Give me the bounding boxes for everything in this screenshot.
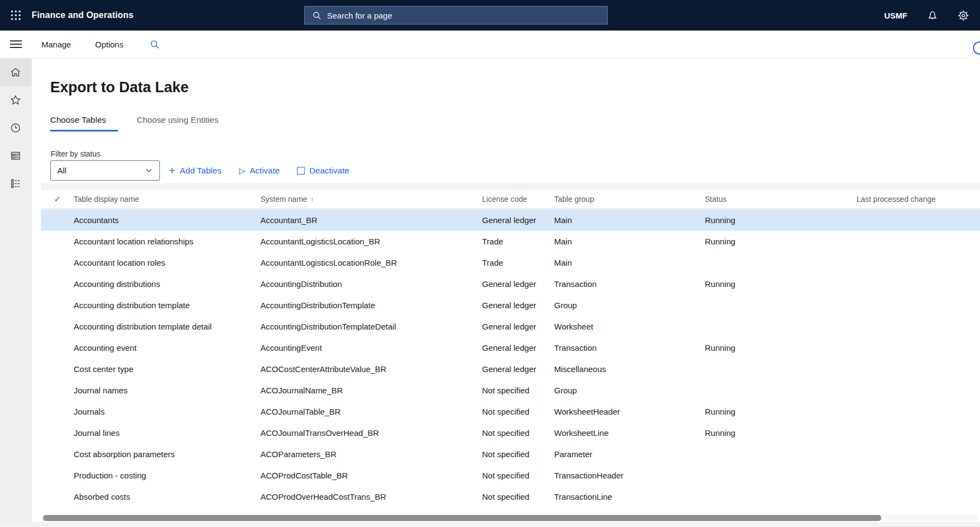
chevron-down-icon bbox=[145, 166, 153, 175]
system-name-label: System name bbox=[260, 195, 307, 203]
grid-cell: Accountant location relationships bbox=[74, 237, 260, 246]
tab-bar: Choose Tables Choose using Entities bbox=[50, 115, 218, 131]
grid-cell: Running bbox=[705, 279, 857, 289]
grid-cell: Journal names bbox=[74, 386, 260, 395]
sidebar-item-modules[interactable] bbox=[0, 170, 31, 197]
navigation-menu-icon[interactable] bbox=[0, 31, 32, 58]
grid-cell: ACOJournalTransOverHead_BR bbox=[260, 428, 482, 438]
grid-cell: General ledger bbox=[482, 215, 554, 225]
table-row[interactable]: Journal linesACOJournalTransOverHead_BRN… bbox=[41, 422, 980, 444]
page-title: Export to Data Lake bbox=[50, 79, 189, 96]
sidebar-item-workspaces[interactable] bbox=[0, 142, 31, 170]
grid-cell: Worksheet bbox=[554, 322, 705, 331]
grid-cell: Miscellaneous bbox=[554, 364, 705, 374]
grid-cell: Not specified bbox=[482, 471, 554, 480]
settings-gear-icon[interactable] bbox=[958, 10, 969, 21]
navigation-sidebar bbox=[0, 58, 32, 527]
column-header-table-group[interactable]: Table group bbox=[554, 195, 705, 203]
table-row[interactable]: Accounting distribution templateAccounti… bbox=[41, 295, 980, 316]
table-row[interactable]: Accountant location relationshipsAccount… bbox=[41, 231, 980, 252]
grid-cell: TransactionLine bbox=[554, 492, 705, 501]
grid-cell: AccountingDistributionTemplateDetail bbox=[260, 322, 482, 331]
grid-cell: TransactionHeader bbox=[554, 471, 705, 480]
table-row[interactable]: JournalsACOJournalTable_BRNot specifiedW… bbox=[41, 401, 980, 422]
grid-top-strip bbox=[41, 183, 980, 190]
table-row[interactable]: Accounting eventAccountingEventGeneral l… bbox=[41, 337, 980, 358]
sidebar-item-home[interactable] bbox=[0, 58, 31, 86]
horizontal-scrollbar-thumb[interactable] bbox=[43, 515, 881, 521]
square-outline-icon bbox=[297, 167, 305, 175]
grid-cell: Cost center type bbox=[74, 364, 260, 374]
column-header-last-processed-change[interactable]: Last processed change bbox=[857, 195, 980, 203]
home-icon bbox=[10, 67, 21, 78]
plus-icon: + bbox=[169, 165, 175, 176]
status-filter-value: All bbox=[57, 166, 67, 175]
grid-rows: AccountantsAccountant_BRGeneral ledgerMa… bbox=[41, 209, 980, 507]
deactivate-label: Deactivate bbox=[309, 166, 349, 176]
grid-cell: ACOJournalName_BR bbox=[260, 386, 482, 395]
grid-cell: Accountant_BR bbox=[260, 215, 482, 225]
column-header-table-display-name[interactable]: Table display name bbox=[74, 195, 260, 203]
grid-cell: AccountantLogisticsLocation_BR bbox=[260, 237, 482, 246]
grid-cell: Not specified bbox=[482, 407, 554, 416]
grid-cell: General ledger bbox=[482, 301, 554, 310]
column-header-status[interactable]: Status bbox=[705, 195, 857, 203]
table-row[interactable]: Cost center typeACOCostCenterAttributeVa… bbox=[41, 358, 980, 380]
column-header-license-code[interactable]: License code bbox=[482, 195, 554, 203]
table-row[interactable]: Journal namesACOJournalName_BRNot specif… bbox=[41, 380, 980, 401]
sidebar-item-recent[interactable] bbox=[0, 114, 31, 142]
grid-cell: Production - costing bbox=[74, 471, 260, 480]
search-icon bbox=[312, 11, 322, 20]
page-search-icon[interactable] bbox=[150, 39, 160, 50]
workspace-window-icon bbox=[10, 150, 21, 161]
menu-item-options[interactable]: Options bbox=[95, 40, 123, 49]
menu-item-manage[interactable]: Manage bbox=[41, 40, 71, 49]
grid-cell: Running bbox=[705, 428, 857, 438]
search-input[interactable]: Search for a page bbox=[304, 6, 608, 25]
table-row[interactable]: AccountantsAccountant_BRGeneral ledgerMa… bbox=[41, 209, 980, 231]
sidebar-item-favorites[interactable] bbox=[0, 86, 31, 114]
app-launcher-icon[interactable] bbox=[0, 0, 32, 31]
grid-cell: ACOProdOverHeadCostTrans_BR bbox=[260, 492, 482, 501]
grid-cell: WorksheetHeader bbox=[554, 407, 705, 416]
grid-cell: AccountingDistribution bbox=[260, 279, 482, 289]
grid-cell: Running bbox=[705, 215, 857, 225]
status-filter-dropdown[interactable]: All bbox=[50, 160, 160, 181]
grid-cell: Running bbox=[705, 343, 857, 352]
clock-icon bbox=[10, 122, 21, 134]
deactivate-button[interactable]: Deactivate bbox=[297, 166, 349, 176]
table-row[interactable]: Absorbed costsACOProdOverHeadCostTrans_B… bbox=[41, 486, 980, 507]
column-header-system-name[interactable]: System name↑ bbox=[260, 195, 482, 203]
grid-cell: ACOParameters_BR bbox=[260, 450, 482, 459]
table-row[interactable]: Accounting distribution template detailA… bbox=[41, 316, 980, 337]
grid-cell: WorksheetLine bbox=[554, 428, 705, 438]
grid-cell: Absorbed costs bbox=[74, 492, 260, 501]
filter-by-status-label: Filter by status bbox=[51, 149, 100, 158]
company-selector[interactable]: USMF bbox=[884, 11, 908, 20]
grid-cell: Not specified bbox=[482, 450, 554, 459]
tab-choose-using-entities[interactable]: Choose using Entities bbox=[136, 115, 218, 131]
table-row[interactable]: Production - costingACOProdCostTable_BRN… bbox=[41, 465, 980, 486]
grid-cell: Accounting distributions bbox=[74, 279, 260, 289]
grid-cell: Trade bbox=[482, 237, 554, 246]
grid-cell: Accountant location roles bbox=[74, 258, 260, 267]
add-tables-label: Add Tables bbox=[180, 166, 221, 176]
grid-cell: ACOProdCostTable_BR bbox=[260, 471, 482, 480]
grid-cell: Group bbox=[554, 301, 705, 310]
select-all-checkmark-icon[interactable]: ✓ bbox=[41, 194, 74, 204]
tab-choose-tables[interactable]: Choose Tables bbox=[50, 115, 118, 131]
grid-cell: AccountantLogisticsLocationRole_BR bbox=[260, 258, 482, 267]
grid-cell: AccountingDistributionTemplate bbox=[260, 301, 482, 310]
table-row[interactable]: Accounting distributionsAccountingDistri… bbox=[41, 273, 980, 295]
grid-cell: General ledger bbox=[482, 343, 554, 352]
bottom-strip bbox=[0, 522, 980, 527]
grid-cell: Accountants bbox=[74, 215, 260, 225]
table-row[interactable]: Accountant location rolesAccountantLogis… bbox=[41, 252, 980, 273]
add-tables-button[interactable]: + Add Tables bbox=[169, 165, 222, 176]
grid-cell: ACOCostCenterAttributeValue_BR bbox=[260, 364, 482, 374]
activate-button[interactable]: ▷ Activate bbox=[239, 166, 280, 176]
grid-cell: Trade bbox=[482, 258, 554, 267]
notifications-bell-icon[interactable] bbox=[927, 10, 938, 21]
clipped-toolbar-icon[interactable] bbox=[973, 41, 980, 55]
table-row[interactable]: Cost absorption parametersACOParameters_… bbox=[41, 444, 980, 465]
